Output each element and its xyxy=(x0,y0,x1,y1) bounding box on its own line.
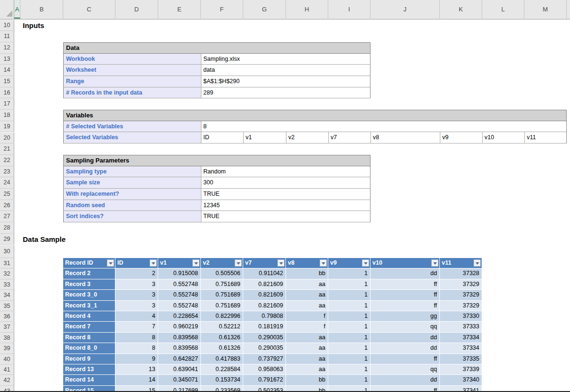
sample-data-cell: 0.228654 xyxy=(158,311,201,322)
sample-data-cell: f xyxy=(286,322,328,332)
filter-dropdown-icon[interactable] xyxy=(192,259,200,267)
sampling-value[interactable]: TRUE xyxy=(201,211,370,222)
data-value[interactable]: $A$1:$H$290 xyxy=(201,76,370,87)
column-header-b[interactable]: B xyxy=(20,0,63,19)
sample-column-header-v8[interactable]: v8 xyxy=(286,258,328,268)
row-header-33[interactable]: 33 xyxy=(0,279,14,290)
column-header-h[interactable]: H xyxy=(286,0,328,19)
data-value[interactable]: data xyxy=(201,65,370,76)
filter-dropdown-icon[interactable] xyxy=(362,259,369,267)
column-header-g[interactable]: G xyxy=(243,0,286,19)
row-header-15[interactable]: 15 xyxy=(0,76,14,87)
row-header-26[interactable]: 26 xyxy=(0,200,14,211)
column-header-f[interactable]: F xyxy=(201,0,243,19)
column-header-l[interactable]: L xyxy=(482,0,524,19)
column-header-a[interactable]: A xyxy=(14,0,20,19)
column-headers: ABCDEFGHIJKLM xyxy=(0,0,570,19)
row-header-14[interactable]: 14 xyxy=(0,65,14,76)
row-header-20[interactable]: 20 xyxy=(0,133,14,144)
row-header-22[interactable]: 22 xyxy=(0,155,14,166)
data-sample-title[interactable]: Data Sample xyxy=(23,234,66,245)
variables-value-cell[interactable]: v11 xyxy=(524,132,567,143)
sample-column-header-v2[interactable]: v2 xyxy=(201,258,243,268)
inputs-title[interactable]: Inputs xyxy=(23,20,44,31)
variables-value-cell[interactable]: v10 xyxy=(482,132,524,143)
row-header-30[interactable]: 30 xyxy=(0,245,14,258)
variables-value-cell[interactable]: v7 xyxy=(328,132,370,143)
row-header-41[interactable]: 41 xyxy=(0,364,14,375)
row-header-13[interactable]: 13 xyxy=(0,54,14,65)
row-header-37[interactable]: 37 xyxy=(0,322,14,332)
row-header-32[interactable]: 32 xyxy=(0,268,14,279)
sampling-value[interactable]: TRUE xyxy=(201,189,370,200)
filter-dropdown-icon[interactable] xyxy=(474,259,481,267)
row-header-40[interactable]: 40 xyxy=(0,354,14,364)
variables-value-cell[interactable]: v1 xyxy=(243,132,286,143)
filter-dropdown-icon[interactable] xyxy=(320,259,327,267)
column-header-j[interactable]: J xyxy=(370,0,440,19)
sample-column-header-v7[interactable]: v7 xyxy=(243,258,286,268)
sample-data-cell: 0.52212 xyxy=(201,322,243,332)
row-header-36[interactable]: 36 xyxy=(0,311,14,322)
column-header-k[interactable]: K xyxy=(440,0,482,19)
column-header-m[interactable]: M xyxy=(524,0,567,19)
sample-data-cell: 0.228584 xyxy=(201,364,243,375)
sampling-value[interactable]: Random xyxy=(201,166,370,178)
row-header-34[interactable]: 34 xyxy=(0,290,14,300)
row-header-28[interactable]: 28 xyxy=(0,222,14,234)
row-header-12[interactable]: 12 xyxy=(0,42,14,54)
data-value[interactable]: Sampling.xlsx xyxy=(201,54,370,65)
row-header-21[interactable]: 21 xyxy=(0,143,14,155)
row-header-18[interactable]: 18 xyxy=(0,110,14,121)
row-header-11[interactable]: 11 xyxy=(0,31,14,42)
variables-value-cell[interactable]: v2 xyxy=(286,132,328,143)
sampling-label: Sample size xyxy=(63,177,201,189)
row-header-23[interactable]: 23 xyxy=(0,166,14,178)
variables-value[interactable]: 8 xyxy=(201,121,567,133)
sampling-value[interactable]: 12345 xyxy=(201,200,370,211)
filter-dropdown-icon[interactable] xyxy=(107,259,114,267)
sample-data-cell: 0.552748 xyxy=(158,279,201,290)
sample-column-header-id[interactable]: ID xyxy=(115,258,158,268)
row-header-24[interactable]: 24 xyxy=(0,177,14,189)
row-header-35[interactable]: 35 xyxy=(0,301,14,311)
column-header-i[interactable]: I xyxy=(328,0,370,19)
sample-data-cell: 7 xyxy=(115,322,158,332)
row-header-27[interactable]: 27 xyxy=(0,211,14,222)
filter-dropdown-icon[interactable] xyxy=(235,259,242,267)
filter-dropdown-icon[interactable] xyxy=(150,259,157,267)
row-header-39[interactable]: 39 xyxy=(0,343,14,354)
triangle-down-icon xyxy=(194,262,198,265)
row-header-38[interactable]: 38 xyxy=(0,333,14,343)
row-header-42[interactable]: 42 xyxy=(0,375,14,385)
data-value[interactable]: 289 xyxy=(201,87,370,99)
sample-data-cell: aa xyxy=(286,343,328,354)
sample-data-cell: 0.958063 xyxy=(243,364,286,375)
row-header-31[interactable]: 31 xyxy=(0,258,14,268)
row-header-10[interactable]: 10 xyxy=(0,20,14,31)
filter-dropdown-icon[interactable] xyxy=(431,259,438,267)
column-header-d[interactable]: D xyxy=(115,0,158,19)
filter-dropdown-icon[interactable] xyxy=(277,259,285,267)
variables-value-cell[interactable]: v9 xyxy=(440,132,482,143)
sample-column-header-v10[interactable]: v10 xyxy=(370,258,440,268)
row-header-19[interactable]: 19 xyxy=(0,121,14,133)
variables-label: # Selected Variables xyxy=(63,121,201,133)
sample-column-header-v1[interactable]: v1 xyxy=(158,258,201,268)
variables-value-cell[interactable]: ID xyxy=(201,132,243,143)
row-header-29[interactable]: 29 xyxy=(0,234,14,245)
sample-column-header-v11[interactable]: v11 xyxy=(440,258,482,268)
row-header-17[interactable]: 17 xyxy=(0,98,14,110)
sample-column-header-v9[interactable]: v9 xyxy=(328,258,370,268)
sample-data-cell: gg xyxy=(370,311,440,322)
row-header-25[interactable]: 25 xyxy=(0,189,14,200)
row-header-16[interactable]: 16 xyxy=(0,87,14,99)
column-header-c[interactable]: C xyxy=(63,0,115,19)
sample-data-cell: 0.822996 xyxy=(201,311,243,322)
sample-data-cell: dd xyxy=(370,343,440,354)
sampling-value[interactable]: 300 xyxy=(201,177,370,189)
sample-column-header-record-id[interactable]: Record ID xyxy=(63,258,115,268)
variables-value-cell[interactable]: v8 xyxy=(370,132,440,143)
column-header-e[interactable]: E xyxy=(158,0,201,19)
select-all-corner[interactable] xyxy=(0,0,14,19)
